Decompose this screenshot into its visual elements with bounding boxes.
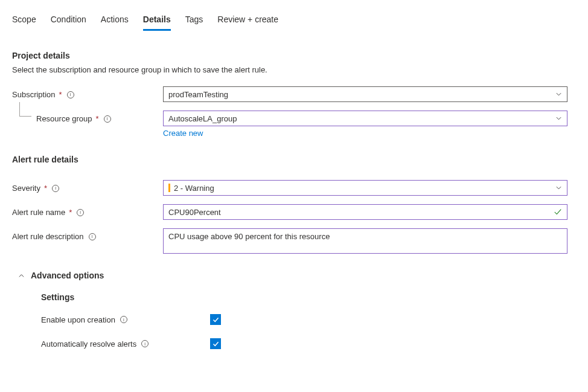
info-icon[interactable]: i [52, 185, 59, 192]
info-icon[interactable]: i [141, 340, 149, 347]
chevron-down-icon [555, 115, 562, 122]
auto-resolve-checkbox[interactable] [210, 338, 221, 349]
severity-label: Severity [12, 184, 40, 193]
alert-rule-desc-value: CPU usage above 90 percent for this reso… [168, 232, 330, 241]
info-icon[interactable]: i [120, 316, 127, 323]
indent-line [19, 102, 31, 117]
info-icon[interactable]: i [77, 209, 84, 216]
alert-rule-name-label: Alert rule name [12, 208, 65, 217]
tab-scope[interactable]: Scope [12, 12, 36, 31]
severity-value: 2 - Warning [174, 184, 214, 193]
alert-rule-name-field[interactable] [168, 208, 550, 217]
settings-title: Settings [41, 292, 576, 302]
tab-review-create[interactable]: Review + create [217, 12, 278, 31]
project-details-desc: Select the subscription and resource gro… [12, 65, 576, 74]
required-asterisk: * [69, 208, 72, 217]
resource-group-label: Resource group [36, 114, 92, 123]
info-icon[interactable]: i [67, 91, 74, 98]
tab-condition[interactable]: Condition [51, 12, 86, 31]
severity-indicator [168, 184, 170, 192]
resource-group-select[interactable]: AutoscaleLA_group [163, 111, 567, 126]
required-asterisk: * [59, 90, 62, 99]
alert-rule-desc-label: Alert rule description [12, 232, 84, 241]
subscription-value: prodTeamTesting [168, 90, 228, 99]
auto-resolve-label: Automatically resolve alerts [41, 339, 136, 349]
enable-upon-creation-checkbox[interactable] [210, 314, 221, 325]
advanced-options-title: Advanced options [31, 271, 104, 280]
advanced-options-toggle[interactable]: Advanced options [12, 271, 576, 280]
chevron-up-icon [18, 272, 25, 279]
subscription-label: Subscription [12, 90, 56, 99]
project-details-header: Project details [12, 51, 576, 60]
severity-select[interactable]: 2 - Warning [163, 180, 567, 196]
chevron-down-icon [555, 91, 562, 98]
tab-tags[interactable]: Tags [185, 12, 203, 31]
create-new-link[interactable]: Create new [163, 129, 203, 138]
required-asterisk: * [44, 184, 47, 193]
checkmark-icon [554, 208, 562, 216]
required-asterisk: * [96, 114, 99, 123]
alert-rule-details-header: Alert rule details [12, 155, 576, 164]
resource-group-value: AutoscaleLA_group [168, 114, 237, 123]
enable-upon-creation-label: Enable upon creation [41, 315, 115, 324]
info-icon[interactable]: i [89, 233, 96, 240]
tab-actions[interactable]: Actions [101, 12, 129, 31]
tabs-bar: Scope Condition Actions Details Tags Rev… [12, 6, 576, 31]
alert-rule-desc-input[interactable]: CPU usage above 90 percent for this reso… [163, 228, 567, 254]
tab-details[interactable]: Details [143, 12, 171, 31]
subscription-select[interactable]: prodTeamTesting [163, 86, 567, 102]
alert-rule-name-input[interactable] [163, 204, 567, 220]
info-icon[interactable]: i [104, 115, 111, 123]
chevron-down-icon [555, 185, 562, 191]
